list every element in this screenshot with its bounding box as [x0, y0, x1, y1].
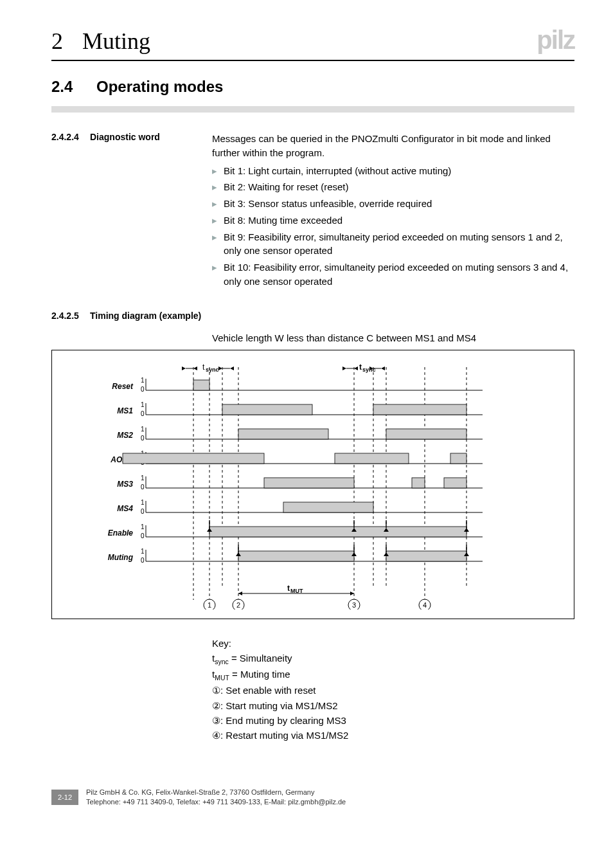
svg-text:1: 1	[141, 475, 145, 482]
svg-text:1: 1	[141, 377, 145, 384]
svg-text:0: 0	[141, 557, 145, 564]
svg-text:1: 1	[141, 401, 145, 408]
svg-text:4: 4	[423, 601, 427, 609]
subsection-label: 2.4.2.5Timing diagram (example)	[51, 311, 212, 321]
svg-text:MS2: MS2	[117, 431, 133, 440]
brand-logo: pilz	[537, 26, 574, 55]
diagram-caption: Vehicle length W less than distance C be…	[212, 332, 574, 343]
legend: Key: tsync = Simultaneity tMUT = Muting …	[212, 636, 574, 743]
chapter-number: 2	[51, 28, 63, 54]
svg-text:0: 0	[141, 508, 145, 515]
section-heading: 2.4Operating modes	[51, 78, 574, 96]
svg-marker-97	[238, 592, 242, 595]
section-number: 2.4	[51, 78, 96, 96]
bit-item: Bit 9: Feasibility error, simultaneity p…	[212, 230, 574, 258]
divider	[51, 106, 574, 113]
svg-rect-58	[264, 478, 354, 488]
svg-marker-20	[342, 366, 346, 370]
svg-rect-52	[450, 453, 466, 464]
svg-text:sync: sync	[206, 366, 219, 373]
svg-text:MS4: MS4	[117, 504, 133, 513]
svg-rect-36	[222, 404, 312, 415]
svg-marker-16	[230, 366, 234, 370]
svg-rect-59	[412, 478, 425, 488]
svg-text:0: 0	[141, 410, 145, 417]
svg-rect-30	[193, 380, 209, 390]
page-header: 2Muting pilz	[51, 26, 574, 61]
bit-item: Bit 1: Light curtain, interrupted (witho…	[212, 164, 574, 178]
svg-marker-13	[193, 366, 197, 370]
svg-rect-66	[283, 502, 373, 512]
svg-rect-50	[123, 453, 264, 464]
svg-text:Enable: Enable	[108, 529, 134, 538]
chapter-title: 2Muting	[51, 28, 150, 55]
svg-text:MS3: MS3	[117, 480, 133, 489]
svg-marker-15	[218, 366, 222, 370]
svg-rect-51	[335, 453, 409, 464]
chapter-name: Muting	[82, 28, 150, 54]
svg-text:Muting: Muting	[108, 553, 134, 562]
page-number: 2-12	[51, 790, 78, 805]
svg-text:t: t	[287, 584, 290, 593]
bit-item: Bit 10: Feasibility error, simultaneity …	[212, 260, 574, 289]
svg-marker-12	[182, 366, 186, 370]
svg-text:0: 0	[141, 532, 145, 539]
svg-text:MUT: MUT	[290, 588, 303, 594]
svg-text:1: 1	[141, 548, 145, 555]
svg-rect-44	[386, 429, 466, 439]
svg-text:1: 1	[141, 523, 145, 530]
svg-marker-21	[354, 366, 358, 370]
svg-text:t: t	[359, 363, 362, 372]
svg-text:3: 3	[352, 601, 356, 609]
svg-rect-37	[373, 404, 466, 415]
footer-line-2: Telephone: +49 711 3409-0, Telefax: +49 …	[86, 797, 346, 807]
svg-marker-98	[350, 592, 354, 595]
bit-item: Bit 2: Waiting for reset (reset)	[212, 180, 574, 194]
svg-rect-43	[238, 429, 328, 439]
bit-item: Bit 8: Muting time exceeded	[212, 213, 574, 228]
svg-text:sync: sync	[362, 366, 376, 373]
intro-text: Messages can be queried in the PNOZmulti…	[212, 132, 574, 160]
svg-text:Reset: Reset	[112, 382, 134, 391]
svg-rect-79	[386, 551, 466, 561]
svg-text:t: t	[202, 363, 205, 372]
page-footer: 2-12 Pilz GmbH & Co. KG, Felix-Wankel-St…	[51, 788, 574, 807]
svg-text:1: 1	[208, 601, 211, 609]
svg-text:1: 1	[141, 426, 145, 433]
section-title: Operating modes	[96, 78, 223, 95]
bit-list: Bit 1: Light curtain, interrupted (witho…	[212, 164, 574, 289]
svg-text:2: 2	[236, 601, 240, 609]
svg-rect-78	[238, 551, 354, 561]
svg-text:1: 1	[141, 499, 145, 506]
svg-rect-72	[209, 527, 466, 537]
svg-text:0: 0	[141, 435, 145, 442]
svg-text:MS1: MS1	[117, 406, 133, 415]
subsection-label: 2.4.2.4Diagnostic word	[51, 132, 212, 291]
timing-diagram: tsynctsyncReset10MS110MS210AOPD10MS310MS…	[51, 350, 574, 619]
bit-item: Bit 3: Sensor status unfeasible, overrid…	[212, 197, 574, 211]
svg-marker-24	[381, 366, 385, 370]
svg-text:0: 0	[141, 386, 145, 393]
legend-title: Key:	[212, 636, 574, 651]
svg-rect-60	[444, 478, 466, 488]
footer-line-1: Pilz GmbH & Co. KG, Felix-Wankel-Straße …	[86, 788, 346, 797]
svg-text:0: 0	[141, 484, 145, 491]
